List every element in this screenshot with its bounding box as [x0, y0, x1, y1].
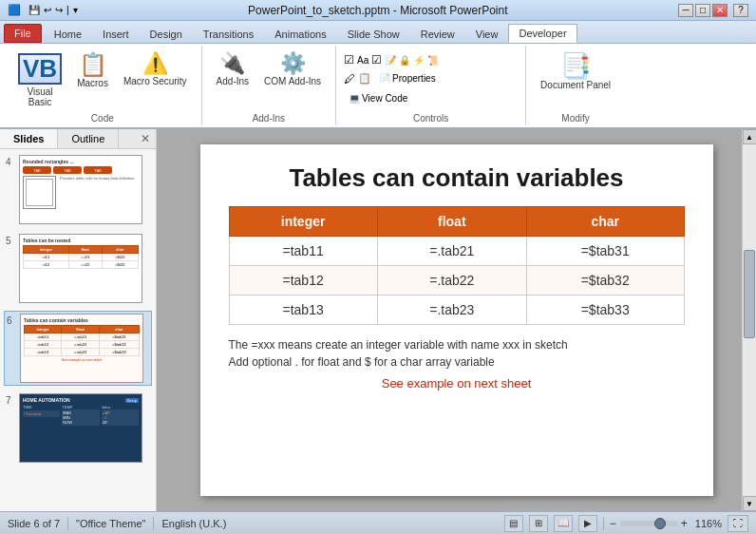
- ribbon-group-modify: 📑 Document Panel Modify: [526, 46, 625, 125]
- macros-label: Macros: [77, 78, 108, 88]
- properties-button[interactable]: 📄 Properties: [374, 70, 441, 86]
- language-label: English (U.K.): [161, 518, 226, 529]
- help-button[interactable]: ?: [733, 4, 748, 17]
- window-title: PowerPoint_to_sketch.pptm - Microsoft Po…: [78, 4, 678, 17]
- zoom-slider[interactable]: [620, 521, 677, 526]
- zoom-in-button[interactable]: +: [681, 517, 688, 530]
- view-code-button[interactable]: 💻 View Code: [344, 90, 412, 106]
- fit-slide-button[interactable]: ⛶: [728, 515, 748, 532]
- table-header-integer: integer: [229, 207, 377, 237]
- modify-buttons: 📑 Document Panel: [534, 49, 617, 111]
- tab-insert[interactable]: Insert: [92, 25, 140, 43]
- slide-list: 4 Rounded rectangles ... TAB TAB TAB: [0, 149, 156, 511]
- controls-group-label: Controls: [413, 111, 448, 124]
- view-code-icon: 💻: [349, 93, 360, 104]
- cell-2-1: =tab12: [229, 266, 377, 296]
- tab-review[interactable]: Review: [410, 25, 465, 43]
- tab-design[interactable]: Design: [140, 25, 193, 43]
- close-button[interactable]: ✕: [712, 4, 728, 17]
- sidebar-close-button[interactable]: ✕: [135, 129, 156, 148]
- cell-2-3: =$tab32: [526, 266, 684, 296]
- ribbon-group-code: VB VisualBasic 📋 Macros ⚠️ Macro Securit…: [4, 46, 202, 125]
- title-bar: 🟦 💾 ↩ ↪ | ▾ PowerPoint_to_sketch.pptm - …: [0, 0, 756, 21]
- com-label: COM Add-Ins: [264, 76, 321, 86]
- window-icons: 🟦 💾 ↩ ↪ | ▾: [8, 4, 78, 16]
- slide-thumb-5: Tables can be nested integerfloatchar =t…: [19, 234, 142, 303]
- cell-3-3: =$tab33: [526, 296, 684, 325]
- slide-info: Slide 6 of 7: [8, 518, 60, 529]
- tab-slideshow[interactable]: Slide Show: [337, 25, 410, 43]
- slide-thumb-6: Tables can contain variables integerfloa…: [20, 314, 143, 383]
- tab-animations[interactable]: Animations: [264, 25, 336, 43]
- com-icon: ⚙️: [280, 53, 306, 74]
- addins-button[interactable]: 🔌 Add-Ins: [210, 49, 255, 90]
- design-mode-btn[interactable]: 🖊: [344, 72, 355, 86]
- macro-security-label: Macro Security: [123, 76, 187, 86]
- cell-3-1: =tab13: [229, 296, 377, 325]
- slideshow-button[interactable]: ▶: [578, 515, 597, 532]
- window-controls[interactable]: ─ □ ✕ ?: [678, 4, 748, 17]
- vb-icon: VB: [18, 53, 62, 85]
- document-panel-label: Document Panel: [540, 80, 611, 90]
- macro-security-button[interactable]: ⚠️ Macro Security: [117, 49, 194, 90]
- addins-label: Add-Ins: [217, 76, 249, 86]
- cell-2-2: =.tab22: [377, 266, 526, 296]
- status-separator-3: [603, 517, 604, 530]
- zoom-out-button[interactable]: −: [610, 517, 616, 530]
- content-area: Tables can contain variables integer flo…: [157, 129, 756, 511]
- code-buttons: VB VisualBasic 📋 Macros ⚠️ Macro Securit…: [11, 49, 194, 111]
- scroll-down-button[interactable]: ▼: [743, 496, 757, 511]
- properties-icon: 📄: [379, 73, 390, 84]
- cell-1-2: =.tab21: [377, 237, 526, 266]
- sidebar: Slides Outline ✕ 4 Rounded rectangles ..…: [0, 129, 157, 511]
- table-header-float: float: [377, 207, 526, 237]
- cell-1-1: =tab11: [229, 237, 377, 266]
- tab-outline[interactable]: Outline: [58, 129, 119, 148]
- addins-icon: 🔌: [219, 53, 245, 74]
- scroll-track[interactable]: [743, 144, 756, 496]
- table-header-char: char: [526, 207, 684, 237]
- addins-group-label: Add-Ins: [253, 111, 285, 124]
- zoom-level: 116%: [695, 518, 722, 529]
- scrollbar-vertical[interactable]: ▲ ▼: [742, 129, 756, 511]
- vb-label: VisualBasic: [28, 86, 53, 107]
- maximize-button[interactable]: □: [695, 4, 710, 17]
- tab-file[interactable]: File: [4, 24, 42, 43]
- table-row: =tab11 =.tab21 =$tab31: [229, 237, 684, 266]
- tab-home[interactable]: Home: [44, 25, 92, 43]
- ribbon: VB VisualBasic 📋 Macros ⚠️ Macro Securit…: [0, 44, 756, 129]
- data-table: integer float char =tab11 =.tab21 =$tab3…: [229, 206, 685, 325]
- slide-item-7[interactable]: 7 HOME AUTOMATION Setup TIME • FormList: [4, 391, 152, 465]
- code-group-label: Code: [91, 111, 114, 124]
- com-addins-button[interactable]: ⚙️ COM Add-Ins: [257, 49, 328, 90]
- cell-3-2: =.tab23: [377, 296, 526, 325]
- slide-item-6[interactable]: 6 Tables can contain variables integerfl…: [4, 311, 152, 386]
- modify-group-label: Modify: [561, 111, 589, 124]
- minimize-button[interactable]: ─: [678, 4, 693, 17]
- tab-view[interactable]: View: [465, 25, 509, 43]
- slide-item-5[interactable]: 5 Tables can be nested integerfloatchar …: [4, 232, 152, 305]
- slide-sorter-button[interactable]: ⊞: [529, 515, 548, 532]
- ribbon-group-controls: ☑Aa ☑📝 🔒⚡ 📜 🖊 📋 📄 Properties 💻 View Code: [336, 46, 526, 125]
- reading-view-button[interactable]: 📖: [554, 515, 573, 532]
- slide-thumb-4: Rounded rectangles ... TAB TAB TAB Provi…: [19, 155, 142, 224]
- slide-item-4[interactable]: 4 Rounded rectangles ... TAB TAB TAB: [4, 153, 152, 226]
- normal-view-button[interactable]: ▤: [504, 515, 523, 532]
- macros-button[interactable]: 📋 Macros: [70, 49, 115, 92]
- properties-btn[interactable]: 📋: [358, 72, 371, 85]
- visual-basic-button[interactable]: VB VisualBasic: [11, 49, 68, 111]
- status-bar: Slide 6 of 7 "Office Theme" English (U.K…: [0, 511, 756, 534]
- tab-transitions[interactable]: Transitions: [193, 25, 264, 43]
- tab-slides[interactable]: Slides: [0, 129, 58, 148]
- scroll-up-button[interactable]: ▲: [743, 129, 757, 144]
- slide-note-1: The =xxx means create an integer variabl…: [229, 338, 685, 352]
- addins-buttons: 🔌 Add-Ins ⚙️ COM Add-Ins: [210, 49, 329, 111]
- zoom-control: − + 116%: [610, 517, 722, 530]
- document-panel-button[interactable]: 📑 Document Panel: [534, 49, 617, 94]
- ribbon-group-addins: 🔌 Add-Ins ⚙️ COM Add-Ins Add-Ins: [202, 46, 337, 125]
- status-separator-1: [67, 517, 68, 530]
- status-right: ▤ ⊞ 📖 ▶ − + 116% ⛶: [504, 515, 748, 532]
- macro-security-icon: ⚠️: [142, 53, 168, 74]
- tab-developer[interactable]: Developer: [508, 24, 576, 43]
- slide-thumb-7: HOME AUTOMATION Setup TIME • FormList: [19, 393, 142, 463]
